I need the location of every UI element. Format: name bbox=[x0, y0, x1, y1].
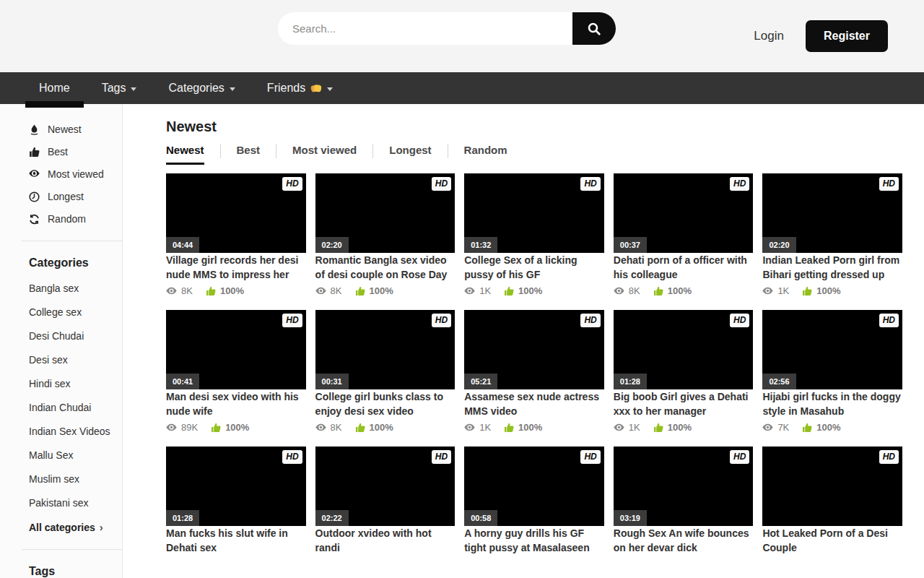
sort-link-label: Most viewed bbox=[48, 168, 104, 180]
sort-link-label: Best bbox=[48, 146, 68, 158]
video-card: HD 02:20 Romantic Bangla sex video of de… bbox=[315, 173, 456, 296]
category-link-bangla-sex[interactable]: Bangla sex bbox=[29, 282, 122, 294]
nav-item-label: Categories bbox=[168, 82, 224, 95]
video-thumbnail[interactable]: HD 02:56 bbox=[762, 310, 902, 389]
sidebar-item-newest[interactable]: Newest bbox=[29, 123, 122, 136]
video-thumbnail[interactable]: HD 00:41 bbox=[166, 310, 306, 389]
nav-item-tags[interactable]: Tags bbox=[90, 72, 149, 104]
hd-badge: HD bbox=[432, 314, 451, 327]
video-thumbnail[interactable]: HD 00:58 bbox=[464, 447, 604, 526]
video-title[interactable]: College Sex of a licking pussy of his GF bbox=[464, 254, 577, 280]
rating-percent: 100% bbox=[668, 422, 692, 433]
video-title[interactable]: Hijabi girl fucks in the doggy style in … bbox=[762, 391, 900, 417]
login-link[interactable]: Login bbox=[754, 29, 784, 43]
video-title[interactable]: Village girl records her desi nude MMS t… bbox=[166, 254, 298, 280]
rating-percent: 100% bbox=[370, 422, 393, 433]
category-link-hindi-sex[interactable]: Hindi sex bbox=[29, 378, 122, 389]
video-title[interactable]: Rough Sex An wife bounces on her devar d… bbox=[614, 527, 749, 553]
category-link-desi-sex[interactable]: Desi sex bbox=[29, 354, 122, 366]
video-title[interactable]: Romantic Bangla sex video of desi couple… bbox=[315, 254, 448, 280]
chevron-right-icon: › bbox=[100, 521, 103, 533]
video-thumbnail[interactable]: HD 02:20 bbox=[315, 173, 456, 253]
video-thumbnail[interactable]: HD 04:44 bbox=[166, 173, 306, 253]
nav-item-label: Home bbox=[39, 82, 70, 95]
views-count: 1K bbox=[479, 285, 491, 296]
video-stats: 8K 100% bbox=[166, 285, 306, 296]
hd-badge: HD bbox=[282, 314, 302, 327]
nav-item-label: Friends bbox=[267, 82, 305, 95]
category-link-indian-sex-videos[interactable]: Indian Sex Videos bbox=[29, 426, 122, 437]
tab-random[interactable]: Random bbox=[464, 144, 507, 165]
search-bar bbox=[278, 12, 616, 45]
video-thumbnail[interactable]: HD 05:21 bbox=[464, 310, 604, 389]
tab-separator bbox=[372, 144, 373, 158]
video-thumbnail[interactable]: HD 01:32 bbox=[464, 173, 604, 253]
thumbs-up-icon bbox=[29, 147, 40, 158]
eye-icon bbox=[762, 423, 773, 431]
views-count: 7K bbox=[777, 422, 789, 433]
video-title[interactable]: Dehati porn of a officer with his collea… bbox=[614, 254, 747, 280]
video-title[interactable]: Assamese sex nude actress MMS video bbox=[464, 391, 599, 417]
rating-percent: 100% bbox=[668, 285, 692, 296]
tab-newest[interactable]: Newest bbox=[166, 144, 204, 165]
chevron-down-icon bbox=[327, 87, 333, 91]
hd-badge: HD bbox=[730, 314, 749, 327]
video-card: HD 00:37 Dehati porn of a officer with h… bbox=[614, 173, 754, 296]
video-title[interactable]: Man fucks his slut wife in Dehati sex bbox=[166, 527, 288, 553]
video-title[interactable]: College girl bunks class to enjoy desi s… bbox=[315, 391, 443, 417]
category-link-college-sex[interactable]: College sex bbox=[29, 306, 122, 318]
video-card: HD 00:58 A horny guy drills his GF tight… bbox=[464, 447, 604, 555]
video-thumbnail[interactable]: HD 02:22 bbox=[315, 447, 456, 526]
sidebar-item-random[interactable]: Random bbox=[29, 212, 122, 225]
search-button[interactable] bbox=[572, 12, 616, 45]
video-title[interactable]: A horny guy drills his GF tight pussy at… bbox=[464, 527, 590, 553]
page-title: Newest bbox=[166, 118, 902, 135]
eye-icon bbox=[614, 287, 624, 295]
category-link-muslim-sex[interactable]: Muslim sex bbox=[29, 473, 122, 485]
video-thumbnail[interactable]: HD 01:28 bbox=[166, 447, 306, 526]
video-title[interactable]: Hot Leaked Porn of a Desi Couple bbox=[762, 527, 887, 553]
rating-percent: 100% bbox=[518, 285, 542, 296]
video-thumbnail[interactable]: HD 00:31 bbox=[315, 310, 456, 389]
eye-icon bbox=[315, 287, 326, 295]
video-thumbnail[interactable]: HD 01:28 bbox=[614, 310, 754, 389]
video-stats: 1K 100% bbox=[464, 422, 604, 433]
sidebar-item-longest[interactable]: Longest bbox=[29, 190, 122, 203]
thumbs-up-icon bbox=[355, 286, 365, 296]
eye-icon bbox=[29, 169, 40, 180]
video-title[interactable]: Indian Leaked Porn girl from Bihari gett… bbox=[762, 254, 899, 280]
register-button[interactable]: Register bbox=[806, 20, 888, 52]
video-grid: HD 04:44 Village girl records her desi n… bbox=[166, 173, 902, 555]
tab-separator bbox=[220, 144, 221, 158]
sidebar-item-most-viewed[interactable]: Most viewed bbox=[29, 168, 122, 181]
video-thumbnail[interactable]: HD bbox=[762, 447, 902, 526]
tab-most-viewed[interactable]: Most viewed bbox=[292, 144, 357, 165]
hd-badge: HD bbox=[730, 177, 749, 191]
video-title[interactable]: Outdoor xvideo with hot randi bbox=[315, 527, 432, 553]
video-card: HD 03:19 Rough Sex An wife bounces on he… bbox=[614, 447, 754, 555]
categories-heading: Categories bbox=[29, 256, 122, 269]
video-thumbnail[interactable]: HD 03:19 bbox=[614, 447, 754, 526]
all-categories-link[interactable]: All categories› bbox=[29, 522, 103, 533]
video-stats: 1K 100% bbox=[762, 285, 902, 296]
thumbs-up-icon bbox=[206, 286, 216, 296]
nav-item-friends[interactable]: Friends bbox=[256, 72, 344, 104]
video-title[interactable]: Big boob Girl gives a Dehati xxx to her … bbox=[614, 391, 749, 417]
nav-item-home[interactable]: Home bbox=[27, 72, 82, 104]
flame-icon bbox=[29, 124, 40, 135]
tab-best[interactable]: Best bbox=[237, 144, 261, 165]
chevron-down-icon bbox=[230, 87, 235, 91]
hd-badge: HD bbox=[580, 314, 600, 327]
tab-longest[interactable]: Longest bbox=[389, 144, 431, 165]
category-link-desi-chudai[interactable]: Desi Chudai bbox=[29, 330, 122, 342]
video-thumbnail[interactable]: HD 00:37 bbox=[614, 173, 754, 253]
category-link-mallu-sex[interactable]: Mallu Sex bbox=[29, 449, 122, 461]
video-thumbnail[interactable]: HD 02:20 bbox=[762, 173, 902, 253]
category-link-pakistani-sex[interactable]: Pakistani sex bbox=[29, 497, 122, 509]
header-actions: Login Register bbox=[754, 20, 924, 52]
nav-item-categories[interactable]: Categories bbox=[157, 72, 246, 104]
search-input[interactable] bbox=[278, 12, 572, 45]
sidebar-item-best[interactable]: Best bbox=[29, 145, 122, 158]
category-link-indian-chudai[interactable]: Indian Chudai bbox=[29, 402, 122, 413]
video-title[interactable]: Man desi sex video with his nude wife bbox=[166, 391, 299, 417]
